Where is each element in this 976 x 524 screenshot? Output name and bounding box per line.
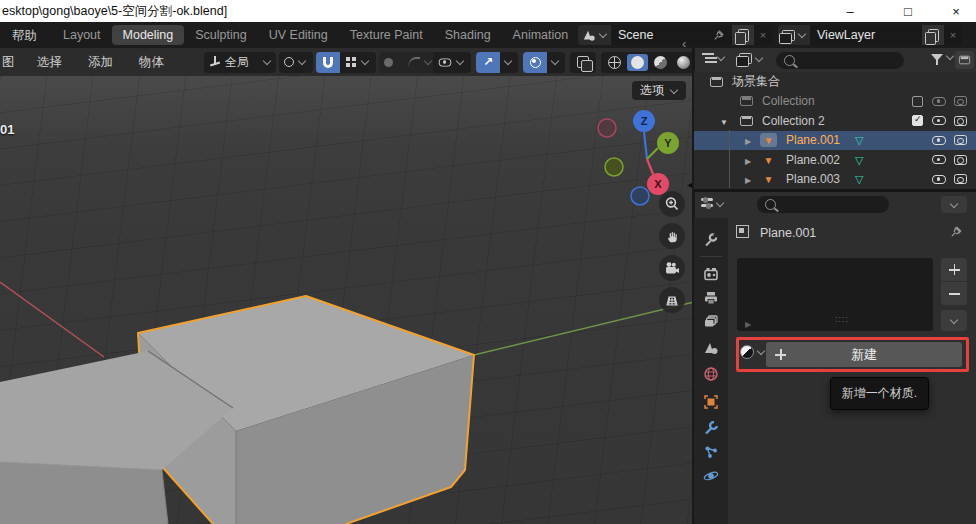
exclude-checkbox[interactable] [912, 115, 923, 126]
expand-arrow-icon[interactable] [720, 114, 728, 128]
shading-rendered-button[interactable] [673, 54, 694, 71]
tab-uv-editing[interactable]: UV Editing [258, 25, 339, 45]
tab-scene[interactable] [694, 336, 728, 360]
expand-arrow-icon[interactable] [745, 172, 751, 186]
new-collection-button[interactable] [955, 51, 974, 69]
neg-x-axis-handle[interactable] [598, 119, 616, 137]
pivot-point-dropdown[interactable] [279, 52, 313, 73]
tab-animation[interactable]: Animation [502, 25, 580, 45]
tab-texture-paint[interactable]: Texture Paint [339, 25, 434, 45]
menu-object[interactable]: 物体 [126, 54, 177, 71]
menu-add[interactable]: 添加 [75, 54, 126, 71]
close-button[interactable]: × [936, 0, 976, 22]
new-viewlayer-button[interactable] [922, 25, 944, 45]
perspective-toggle-button[interactable] [659, 287, 685, 313]
viewport-3d[interactable]: 选项 01 Z Y X [0, 76, 694, 524]
hide-eye-icon[interactable] [932, 175, 946, 184]
tab-tool[interactable] [694, 228, 728, 252]
slot-expand-icon[interactable] [745, 316, 751, 330]
options-dropdown[interactable]: 选项 [632, 81, 686, 100]
render-camera-icon[interactable] [954, 135, 967, 145]
snap-with-dropdown[interactable] [340, 52, 376, 73]
sidebar-collapse-chevron[interactable]: ‹ [682, 36, 686, 51]
neg-y-axis-handle[interactable] [605, 158, 623, 176]
show-overlays-toggle[interactable] [523, 52, 547, 73]
outliner-filter-dropdown[interactable] [931, 53, 954, 61]
expand-arrow-icon[interactable] [745, 153, 751, 167]
tab-output[interactable] [694, 286, 728, 310]
tab-sculpting[interactable]: Sculpting [184, 25, 257, 45]
add-material-slot-button[interactable] [941, 258, 967, 281]
row-plane-002[interactable]: Plane.002 [694, 150, 976, 170]
y-axis-line [474, 302, 694, 355]
row-collection-2[interactable]: Collection 2 [694, 111, 976, 131]
row-scene-collection[interactable]: 场景集合 [694, 72, 976, 92]
hide-eye-icon[interactable] [932, 116, 946, 125]
render-camera-icon[interactable] [954, 174, 967, 184]
object-visibility-dropdown[interactable] [433, 52, 471, 73]
tab-modifiers[interactable] [694, 416, 728, 440]
menu-select[interactable]: 选择 [24, 54, 75, 71]
overlays-dropdown[interactable] [547, 52, 565, 73]
transform-orientation-dropdown[interactable]: 全局 [204, 52, 276, 73]
scene-icon-dropdown[interactable] [578, 25, 611, 45]
remove-viewlayer-button[interactable]: × [944, 25, 962, 45]
xray-toggle[interactable] [570, 52, 596, 73]
shading-solid-button[interactable] [627, 54, 648, 71]
pan-tool-button[interactable] [659, 223, 685, 249]
chevron-down-icon [716, 200, 724, 208]
material-specials-dropdown[interactable] [941, 310, 967, 331]
tab-physics[interactable] [694, 464, 728, 488]
pin-icon[interactable] [950, 225, 963, 238]
outliner-viewlayer-dropdown[interactable] [739, 53, 763, 64]
row-plane-001[interactable]: Plane.001 [694, 131, 976, 151]
render-camera-icon[interactable] [954, 116, 967, 126]
tab-shading[interactable]: Shading [434, 25, 502, 45]
hide-eye-icon[interactable] [932, 136, 946, 145]
expand-arrow-icon[interactable] [745, 133, 751, 147]
camera-view-button[interactable] [659, 255, 685, 281]
resize-grip[interactable]: :::: [835, 314, 849, 324]
gizmo-dropdown[interactable] [500, 52, 518, 73]
properties-options-dropdown[interactable] [941, 196, 967, 213]
tab-view-layer[interactable] [694, 310, 728, 334]
maximize-button[interactable]: □ [888, 0, 928, 22]
render-camera-icon[interactable] [954, 155, 967, 165]
chevron-down-icon [504, 58, 512, 66]
neg-z-axis-handle[interactable] [631, 187, 649, 205]
hide-eye-icon[interactable] [932, 97, 946, 106]
viewlayer-icon-dropdown[interactable] [778, 25, 810, 45]
menu-view[interactable]: 图 [0, 54, 24, 71]
remove-material-slot-button[interactable] [941, 282, 967, 305]
snap-toggle-button[interactable] [316, 52, 340, 73]
viewlayer-name-field[interactable]: ViewLayer [810, 25, 922, 45]
tab-modeling[interactable]: Modeling [112, 25, 185, 45]
minimize-button[interactable]: – [830, 0, 870, 22]
tab-particles[interactable] [694, 440, 728, 464]
properties-search-input[interactable] [757, 196, 889, 213]
zoom-tool-button[interactable] [659, 191, 685, 217]
tab-layout[interactable]: Layout [52, 25, 112, 45]
shading-wireframe-button[interactable] [604, 54, 625, 71]
material-slot-list[interactable]: :::: [737, 258, 933, 331]
outliner-search-input[interactable] [776, 52, 904, 69]
new-scene-button[interactable] [732, 25, 754, 45]
tab-object[interactable] [694, 390, 728, 414]
render-camera-icon[interactable] [954, 96, 967, 106]
editor-type-dropdown[interactable] [701, 198, 724, 209]
scene-name-field[interactable]: Scene [611, 25, 732, 45]
outliner-display-mode-dropdown[interactable] [702, 53, 725, 63]
help-menu[interactable]: 帮助 [6, 26, 43, 47]
show-gizmo-toggle[interactable] [476, 52, 500, 73]
row-collection[interactable]: Collection [694, 92, 976, 112]
row-plane-003[interactable]: Plane.003 [694, 170, 976, 190]
proportional-edit-toggle[interactable] [379, 52, 403, 73]
hide-eye-icon[interactable] [932, 155, 946, 164]
exclude-checkbox[interactable] [912, 96, 923, 107]
pin-icon[interactable] [713, 29, 725, 41]
chevron-down-icon [670, 87, 678, 95]
tab-render[interactable] [694, 262, 728, 286]
tab-world[interactable] [694, 362, 728, 386]
unlink-scene-button[interactable]: × [754, 25, 772, 45]
shading-material-button[interactable] [650, 54, 671, 71]
